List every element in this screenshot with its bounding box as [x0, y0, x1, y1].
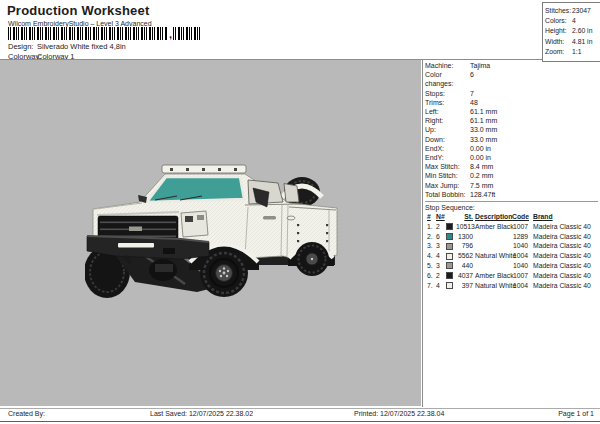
row-num: 6. [427, 271, 436, 281]
col-num: # [427, 212, 436, 222]
footer-divider-bottom [0, 421, 600, 422]
col-needle: N# [436, 212, 446, 222]
thread-color-swatch [446, 233, 453, 240]
machine-info-label: Trims: [425, 98, 470, 107]
stop-sequence-row: 4. 4 5562 Natural White 1004 Madeira Cla… [425, 251, 598, 261]
stop-sequence-row: 1. 2 10513 Amber Black 1007 Madeira Clas… [425, 222, 598, 232]
thread-color-swatch [446, 262, 453, 269]
machine-info-label: Min Stitch: [425, 171, 470, 180]
design-label: Design: [8, 42, 37, 51]
footer-last-saved: Last Saved: 12/07/2025 22.38.02 [150, 410, 253, 417]
machine-info-value: 0.2 mm [470, 171, 493, 180]
stat-row: Zoom: 1:1 [545, 47, 600, 57]
machine-info-label: Stops: [425, 89, 470, 98]
stop-sequence-divider [425, 201, 598, 202]
row-brand: Madeira Classic 40 [530, 251, 598, 261]
machine-info-value: 61.1 mm [470, 116, 497, 125]
row-needle: 2 [436, 222, 446, 232]
row-description: Amber Black [475, 271, 512, 281]
row-stitch-count: 397 [456, 281, 475, 291]
machine-info-row: EndY: 0.00 in [425, 153, 598, 162]
stop-sequence-row: 2. 6 1300 1289 Madeira Classic 40 [425, 232, 598, 242]
machine-info-label: Right: [425, 116, 470, 125]
machine-info-panel: Machine: Tajima Color changes: 6 Stops: … [425, 61, 598, 290]
machine-info-row: Total Bobbin: 128.47ft [425, 190, 598, 199]
design-canvas [0, 60, 421, 406]
stat-row: Width: 4.81 in [545, 37, 600, 47]
row-brand: Madeira Classic 40 [530, 222, 598, 232]
row-code: 1004 [512, 281, 530, 291]
stat-row: Height: 2.60 in [545, 26, 600, 36]
stat-label: Stitches: [545, 6, 572, 16]
col-code: Code [512, 212, 530, 222]
thread-color-swatch [446, 243, 453, 250]
row-stitch-count: 1300 [456, 232, 475, 242]
machine-info-row: Max Jump: 7.5 mm [425, 181, 598, 190]
row-num: 1. [427, 222, 436, 232]
footer-created-by: Created By: [8, 410, 45, 417]
stop-sequence-row: 6. 2 4037 Amber Black 1007 Madeira Class… [425, 271, 598, 281]
machine-info-value: 128.47ft [470, 190, 495, 199]
machine-info-label: Left: [425, 107, 470, 116]
row-needle: 2 [436, 271, 446, 281]
footer-printed: Printed: 12/07/2025 22.38.04 [354, 410, 444, 417]
machine-info-row: Min Stitch: 0.2 mm [425, 171, 598, 180]
app-subtitle: Wilcom EmbroideryStudio – Level 3 Advanc… [8, 20, 152, 27]
row-stitch-count: 4037 [456, 271, 475, 281]
rear-wheel [295, 242, 329, 276]
stat-value: 4.81 in [572, 37, 592, 47]
machine-info-value: 7 [470, 89, 474, 98]
row-num: 5. [427, 261, 436, 271]
machine-info-value: 48 [470, 98, 478, 107]
stat-label: Colors: [545, 16, 572, 26]
row-brand: Madeira Classic 40 [530, 281, 598, 291]
row-num: 3. [427, 241, 436, 251]
machine-info-label: Down: [425, 135, 470, 144]
row-code: 1040 [512, 261, 530, 271]
row-num: 2. [427, 232, 436, 242]
panel-divider [422, 60, 423, 407]
stop-sequence-title: Stop Sequence: [425, 203, 598, 212]
row-needle: 4 [436, 281, 446, 291]
machine-info-value: 0.00 in [470, 153, 491, 162]
row-needle: 3 [436, 261, 446, 271]
thread-color-swatch [446, 272, 453, 279]
row-description: Natural White [475, 281, 512, 291]
design-row: Design: Silverado White fixed 4,8in [8, 42, 126, 51]
row-code: 1004 [512, 251, 530, 261]
row-num: 7. [427, 281, 436, 291]
machine-info-label: EndX: [425, 144, 470, 153]
machine-info-row: EndX: 0.00 in [425, 144, 598, 153]
stat-row: Colors: 4 [545, 16, 600, 26]
col-stitches: St. [456, 212, 475, 222]
bowtie-emblem [129, 227, 142, 232]
row-code: 1007 [512, 222, 530, 232]
machine-info-label: Max Stitch: [425, 162, 470, 171]
machine-info-row: Left: 61.1 mm [425, 107, 598, 116]
machine-info-list: Machine: Tajima Color changes: 6 Stops: … [425, 61, 598, 199]
machine-info-row: Trims: 48 [425, 98, 598, 107]
stop-sequence-header: # N# St. Description Code Brand [425, 212, 598, 222]
design-name: Silverado White fixed 4,8in [37, 42, 126, 51]
stop-sequence-table: 1. 2 10513 Amber Black 1007 Madeira Clas… [425, 222, 598, 291]
machine-info-label: Total Bobbin: [425, 190, 470, 199]
machine-info-label: EndY: [425, 153, 470, 162]
thread-color-swatch [446, 223, 453, 230]
stat-value: 2.60 in [572, 26, 592, 36]
barcode-bars-right [173, 27, 200, 40]
row-brand: Madeira Classic 40 [530, 232, 598, 242]
row-code: 1007 [512, 271, 530, 281]
stat-label: Zoom: [545, 47, 572, 57]
machine-info-row: Max Stitch: 8.4 mm [425, 162, 598, 171]
machine-info-label: Machine: [425, 61, 470, 70]
page-title: Production Worksheet [7, 3, 149, 18]
stat-value: 1:1 [572, 47, 581, 57]
stop-sequence-row: 5. 3 440 1040 Madeira Classic 40 [425, 261, 598, 271]
stat-value: 23047 [572, 6, 591, 16]
machine-info-value: 61.1 mm [470, 107, 497, 116]
row-code: 1289 [512, 232, 530, 242]
row-stitch-count: 796 [456, 241, 475, 251]
row-brand: Madeira Classic 40 [530, 241, 598, 251]
design-barcode: , [8, 27, 200, 40]
barcode-bars-left [8, 27, 168, 40]
